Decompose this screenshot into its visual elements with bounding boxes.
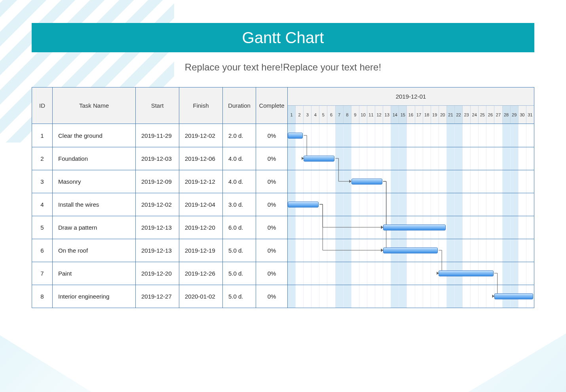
timeline-day: 5 xyxy=(319,106,327,124)
cell: 2019-12-13 xyxy=(136,239,179,262)
cell: 2019-11-29 xyxy=(136,124,179,147)
timeline-day: 14 xyxy=(391,106,399,124)
cell: 2019-12-26 xyxy=(179,262,223,285)
decorative-shape-bottom-left xyxy=(0,305,174,392)
timeline-day: 23 xyxy=(462,106,470,124)
cell: 2019-12-12 xyxy=(179,170,223,193)
cell: 2019-12-20 xyxy=(136,262,179,285)
cell: 0% xyxy=(256,170,288,193)
timeline-day: 27 xyxy=(494,106,502,124)
cell: 2019-12-20 xyxy=(179,216,223,239)
table-row: 1Clear the ground2019-11-292019-12-022.0… xyxy=(32,124,534,147)
timeline-day: 10 xyxy=(359,106,367,124)
gantt-body: 1Clear the ground2019-11-292019-12-022.0… xyxy=(32,124,534,308)
gantt-bar[interactable] xyxy=(288,202,319,207)
cell: 1 xyxy=(32,124,53,147)
timeline-day: 17 xyxy=(415,106,423,124)
gantt-bar[interactable] xyxy=(439,270,493,276)
decorative-shape-bottom-right xyxy=(344,313,566,392)
cell: 5.0 d. xyxy=(223,239,256,262)
timeline-day: 20 xyxy=(439,106,446,124)
cell: 2020-01-02 xyxy=(179,285,223,308)
timeline-day: 19 xyxy=(431,106,439,124)
timeline-day: 16 xyxy=(406,106,414,124)
timeline-day: 7 xyxy=(335,106,343,124)
cell: 2.0 d. xyxy=(223,124,256,147)
cell: 3 xyxy=(32,170,53,193)
cell: 0% xyxy=(256,262,288,285)
gantt-bar[interactable] xyxy=(494,293,533,299)
gantt-chart: ID Task Name Start Finish Duration Compl… xyxy=(32,87,534,308)
cell: 2019-12-03 xyxy=(136,147,179,170)
cell: 5.0 d. xyxy=(223,285,256,308)
timeline-day: 18 xyxy=(423,106,431,124)
timeline-day: 3 xyxy=(303,106,311,124)
timeline-day: 28 xyxy=(502,106,510,124)
timeline-day: 21 xyxy=(446,106,454,124)
cell: 6.0 d. xyxy=(223,216,256,239)
timeline-day: 24 xyxy=(470,106,478,124)
timeline-day: 6 xyxy=(327,106,335,124)
cell: Foundation xyxy=(53,147,136,170)
cell: Install the wires xyxy=(53,193,136,216)
title-bar: Gantt Chart xyxy=(32,23,534,52)
timeline-day: 15 xyxy=(399,106,406,124)
col-header-duration: Duration xyxy=(223,88,256,124)
cell: 5.0 d. xyxy=(223,262,256,285)
cell: 2019-12-27 xyxy=(136,285,179,308)
table-row: 8Interior engineering2019-12-272020-01-0… xyxy=(32,285,534,308)
gantt-bar[interactable] xyxy=(288,133,303,139)
cell: 3.0 d. xyxy=(223,193,256,216)
page-title: Gantt Chart xyxy=(242,29,324,47)
timeline-day: 1 xyxy=(288,106,295,124)
cell: Masonry xyxy=(53,170,136,193)
timeline-day: 22 xyxy=(454,106,462,124)
gantt-bar[interactable] xyxy=(383,225,446,230)
timeline-day: 2 xyxy=(295,106,303,124)
gantt-header: ID Task Name Start Finish Duration Compl… xyxy=(32,88,534,124)
col-header-id: ID xyxy=(32,88,53,124)
cell: 2019-12-06 xyxy=(179,147,223,170)
cell: 5 xyxy=(32,216,53,239)
cell: On the roof xyxy=(53,239,136,262)
col-header-complete: Complete xyxy=(256,88,288,124)
cell: 7 xyxy=(32,262,53,285)
cell: 4 xyxy=(32,193,53,216)
timeline-day: 4 xyxy=(311,106,319,124)
gantt-bar[interactable] xyxy=(383,247,438,253)
cell: 0% xyxy=(256,285,288,308)
cell: 0% xyxy=(256,147,288,170)
timeline-day: 30 xyxy=(518,106,526,124)
cell: 0% xyxy=(256,239,288,262)
col-header-task: Task Name xyxy=(53,88,136,124)
timeline-day-scale: 1234567891011121314151617181920212223242… xyxy=(288,106,534,124)
cell: Paint xyxy=(53,262,136,285)
timeline-day: 13 xyxy=(383,106,391,124)
cell: 2019-12-13 xyxy=(136,216,179,239)
table-row: 2Foundation2019-12-032019-12-064.0 d.0% xyxy=(32,147,534,170)
cell: 2019-12-09 xyxy=(136,170,179,193)
col-header-finish: Finish xyxy=(179,88,223,124)
gantt-bar[interactable] xyxy=(351,179,382,185)
table-row: 4Install the wires2019-12-022019-12-043.… xyxy=(32,193,534,216)
timeline-day: 12 xyxy=(375,106,383,124)
cell: 0% xyxy=(256,193,288,216)
timeline-day: 11 xyxy=(367,106,375,124)
cell: Clear the ground xyxy=(53,124,136,147)
cell: 8 xyxy=(32,285,53,308)
table-row: 3Masonry2019-12-092019-12-124.0 d.0% xyxy=(32,170,534,193)
cell: 2019-12-04 xyxy=(179,193,223,216)
gantt-bar[interactable] xyxy=(304,156,334,162)
timeline-day: 31 xyxy=(526,106,534,124)
timeline-day: 29 xyxy=(510,106,518,124)
cell: Draw a pattern xyxy=(53,216,136,239)
cell: 2019-12-19 xyxy=(179,239,223,262)
cell: 4.0 d. xyxy=(223,147,256,170)
timeline-month-label: 2019-12-01 xyxy=(288,88,534,106)
cell: Interior engineering xyxy=(53,285,136,308)
table-row: 5Draw a pattern2019-12-132019-12-206.0 d… xyxy=(32,216,534,239)
col-header-start: Start xyxy=(136,88,179,124)
cell: 2019-12-02 xyxy=(136,193,179,216)
subtitle: Replace your text here!Replace your text… xyxy=(0,62,566,73)
cell: 0% xyxy=(256,216,288,239)
